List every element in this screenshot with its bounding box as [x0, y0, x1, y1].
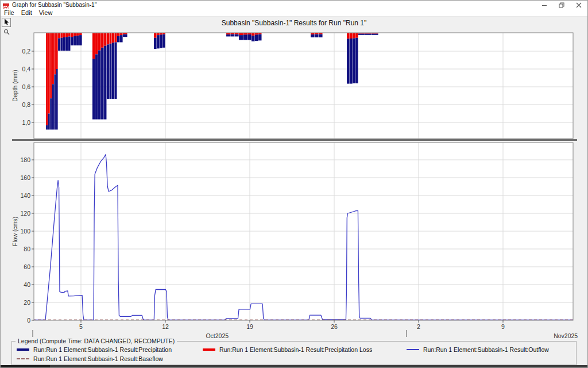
menu-file[interactable]: File — [1, 9, 18, 16]
svg-text:100: 100 — [20, 228, 30, 235]
legend-label: Run:Run 1 Element:Subbasin-1 Result:Base… — [33, 355, 163, 362]
svg-text:12: 12 — [162, 323, 169, 330]
svg-text:0,8: 0,8 — [22, 101, 30, 108]
magnifier-icon — [3, 28, 10, 37]
legend-label: Run:Run 1 Element:Subbasin-1 Result:Outf… — [423, 346, 549, 353]
svg-text:2: 2 — [417, 323, 420, 330]
svg-text:180: 180 — [20, 156, 30, 163]
svg-text:0,4: 0,4 — [22, 66, 30, 72]
svg-text:0: 0 — [27, 317, 30, 324]
svg-text:9: 9 — [501, 323, 505, 330]
legend-item-outflow: Run:Run 1 Element:Subbasin-1 Result:Outf… — [407, 346, 549, 353]
results-chart[interactable]: 0,20,40,60,81,00204060801001201401601805… — [12, 27, 578, 341]
tool-column — [1, 17, 12, 367]
svg-text:40: 40 — [24, 281, 30, 288]
menu-edit[interactable]: Edit — [18, 9, 36, 16]
zoom-tool-button[interactable] — [2, 28, 11, 37]
precipitation-swatch — [17, 348, 29, 351]
chart-title: Subbasin "Subbasin-1" Results for Run "R… — [12, 19, 576, 27]
svg-text:140: 140 — [20, 192, 30, 199]
titlebar[interactable]: Graph for Subbasin "Subbasin-1" — [1, 1, 587, 9]
svg-text:1,0: 1,0 — [22, 119, 30, 126]
legend-item-baseflow: Run:Run 1 Element:Subbasin-1 Result:Base… — [17, 355, 163, 362]
restore-button[interactable] — [553, 1, 570, 9]
svg-text:20: 20 — [24, 299, 30, 306]
legend-box: Legend (Compute Time: DATA CHANGED, RECO… — [11, 341, 577, 365]
graph-panel: Subbasin "Subbasin-1" Results for Run "R… — [1, 17, 587, 367]
svg-text:160: 160 — [20, 174, 30, 181]
legend-title: Legend (Compute Time: DATA CHANGED, RECO… — [16, 338, 177, 344]
pointer-icon — [3, 18, 10, 27]
precipitation-loss-swatch — [203, 348, 215, 351]
window-bottom-edge — [1, 365, 587, 367]
svg-text:19: 19 — [246, 323, 253, 330]
legend-item-precipitation-loss: Run:Run 1 Element:Subbasin-1 Result:Prec… — [203, 346, 372, 353]
svg-text:0,6: 0,6 — [22, 83, 30, 90]
svg-text:5: 5 — [79, 323, 83, 330]
legend-item-precipitation: Run:Run 1 Element:Subbasin-1 Result:Prec… — [17, 346, 172, 353]
menu-view[interactable]: View — [36, 9, 56, 16]
svg-text:Oct2025: Oct2025 — [206, 332, 229, 339]
svg-text:0,2: 0,2 — [22, 48, 30, 55]
baseflow-swatch — [17, 358, 29, 359]
legend-label: Run:Run 1 Element:Subbasin-1 Result:Prec… — [219, 346, 372, 353]
svg-text:60: 60 — [24, 263, 30, 270]
legend-label: Run:Run 1 Element:Subbasin-1 Result:Prec… — [33, 346, 172, 353]
menubar: File Edit View — [1, 9, 587, 17]
minimize-button[interactable] — [536, 1, 553, 9]
pointer-tool-button[interactable] — [2, 18, 11, 27]
window-title: Graph for Subbasin "Subbasin-1" — [12, 2, 96, 8]
svg-text:Depth (mm): Depth (mm) — [12, 70, 18, 101]
app-icon — [3, 2, 9, 8]
window-controls — [536, 1, 587, 9]
hms-graph-window: Graph for Subbasin "Subbasin-1" File Edi… — [0, 0, 588, 368]
close-button[interactable] — [570, 1, 587, 9]
svg-text:26: 26 — [331, 323, 338, 330]
svg-text:120: 120 — [20, 210, 30, 217]
svg-text:Flow (cms): Flow (cms) — [12, 217, 18, 246]
svg-text:80: 80 — [24, 246, 30, 252]
outflow-swatch — [407, 349, 419, 350]
svg-text:Nov2025: Nov2025 — [554, 332, 578, 339]
